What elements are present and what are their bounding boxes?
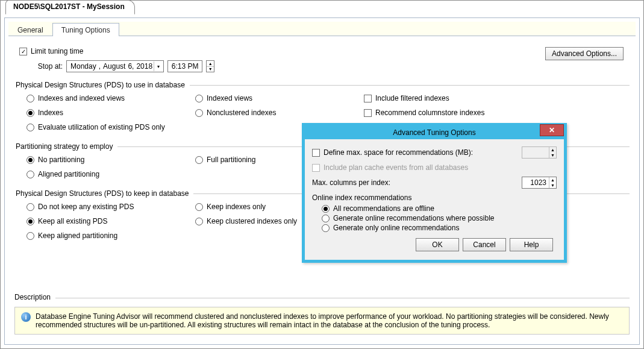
date-weekday: Monday bbox=[70, 62, 96, 71]
help-button[interactable]: Help bbox=[510, 238, 553, 251]
label-offline: All recommendations are offline bbox=[333, 204, 434, 213]
max-space-spinner: ▲▼ bbox=[549, 147, 556, 158]
label-recommend-columnstore: Recommend columnstore indexes bbox=[375, 108, 484, 117]
spin-down-icon[interactable]: ▼ bbox=[207, 67, 214, 72]
advanced-options-button[interactable]: Advanced Options... bbox=[545, 47, 624, 60]
session-title: NODE5\SQL2017ST - MySession bbox=[13, 2, 125, 11]
tab-general[interactable]: General bbox=[8, 23, 52, 36]
label-include-filtered: Include filtered indexes bbox=[375, 94, 449, 102]
close-button[interactable]: ✕ bbox=[540, 124, 564, 136]
ok-button[interactable]: OK bbox=[416, 238, 459, 251]
session-tab[interactable]: NODE5\SQL2017ST - MySession bbox=[5, 0, 135, 14]
label-online-possible: Generate online recommendations where po… bbox=[333, 214, 495, 222]
label-evaluate: Evaluate utilization of existing PDS onl… bbox=[38, 123, 165, 131]
spin-up-icon[interactable]: ▲ bbox=[549, 177, 556, 183]
label-define-max-space: Define max. space for recommendations (M… bbox=[324, 148, 473, 157]
label-keep-aligned: Keep aligned partitioning bbox=[38, 231, 117, 240]
label-keep-all: Keep all existing PDS bbox=[38, 217, 107, 225]
radio-keep-clustered[interactable] bbox=[195, 218, 203, 225]
chk-define-max-space[interactable] bbox=[312, 149, 320, 157]
dialog-title-text: Advanced Tuning Options bbox=[393, 128, 475, 137]
chk-include-plan-cache bbox=[312, 164, 320, 172]
radio-not-keep[interactable] bbox=[27, 203, 34, 211]
date-year: 2018 bbox=[136, 62, 152, 71]
label-online-only: Generate only online recommendations bbox=[333, 224, 459, 232]
label-keep-idx: Keep indexes only bbox=[207, 203, 266, 211]
radio-evaluate[interactable] bbox=[27, 124, 34, 131]
label-include-plan-cache: Include plan cache events from all datab… bbox=[324, 163, 468, 172]
tab-tuning-options[interactable]: Tuning Options bbox=[52, 23, 119, 36]
close-icon: ✕ bbox=[549, 126, 555, 134]
label-indexed-views: Indexed views bbox=[207, 94, 252, 102]
spin-down-icon[interactable]: ▼ bbox=[549, 183, 556, 188]
radio-keep-all[interactable] bbox=[27, 218, 34, 225]
max-cols-value: 1023 bbox=[530, 178, 546, 187]
dialog-body: Define max. space for recommendations (M… bbox=[305, 139, 564, 260]
radio-indexes[interactable] bbox=[27, 109, 34, 117]
spin-up-icon[interactable]: ▲ bbox=[207, 61, 214, 67]
chevron-down-icon[interactable]: ▾ bbox=[154, 61, 162, 71]
description-group: Description i Database Engine Tuning Adv… bbox=[14, 298, 630, 335]
tab-strip: General Tuning Options bbox=[8, 22, 636, 36]
chk-recommend-columnstore[interactable] bbox=[364, 109, 372, 117]
online-heading: Online index recommendations bbox=[312, 193, 557, 202]
label-keep-clustered: Keep clustered indexes only bbox=[207, 217, 297, 225]
label-indexes: Indexes bbox=[38, 108, 63, 117]
description-text: Database Engine Tuning Advisor will reco… bbox=[36, 312, 623, 329]
label-indexes-views: Indexes and indexed views bbox=[38, 94, 125, 102]
group-pds-use-legend: Physical Design Structures (PDS) to use … bbox=[14, 81, 190, 89]
label-no-partitioning: No partitioning bbox=[38, 156, 84, 164]
label-nonclustered: Nonclustered indexes bbox=[207, 108, 276, 117]
stop-date-picker[interactable]: Monday, August 6, 2018 ▾ bbox=[66, 60, 164, 72]
radio-nonclustered[interactable] bbox=[195, 109, 203, 117]
radio-keep-idx[interactable] bbox=[195, 203, 203, 211]
radio-full-partitioning[interactable] bbox=[195, 156, 203, 164]
date-day: 6, bbox=[128, 62, 134, 71]
radio-aligned-partitioning[interactable] bbox=[27, 171, 34, 178]
radio-keep-aligned[interactable] bbox=[27, 232, 34, 240]
info-icon: i bbox=[21, 312, 31, 322]
radio-online-only[interactable] bbox=[322, 224, 330, 232]
dialog-buttons: OK Cancel Help bbox=[312, 233, 557, 255]
group-partitioning-legend: Partitioning strategy to employ bbox=[14, 142, 117, 151]
max-cols-input[interactable]: 1023 ▲▼ bbox=[522, 177, 557, 189]
label-max-cols: Max. columns per index: bbox=[312, 178, 390, 187]
label-not-keep: Do not keep any existing PDS bbox=[38, 203, 134, 211]
time-spinner[interactable]: ▲ ▼ bbox=[206, 60, 214, 72]
dialog-titlebar[interactable]: Advanced Tuning Options ✕ bbox=[305, 126, 564, 139]
label-aligned-partitioning: Aligned partitioning bbox=[38, 170, 99, 178]
radio-online-possible[interactable] bbox=[322, 215, 330, 222]
label-full-partitioning: Full partitioning bbox=[207, 156, 255, 164]
radio-offline[interactable] bbox=[322, 205, 330, 213]
description-legend: Description bbox=[14, 293, 55, 301]
chk-include-filtered[interactable] bbox=[364, 95, 372, 102]
advanced-tuning-dialog: Advanced Tuning Options ✕ Define max. sp… bbox=[302, 123, 567, 263]
limit-tuning-checkbox[interactable] bbox=[19, 48, 27, 55]
radio-indexes-views[interactable] bbox=[27, 95, 34, 102]
date-month: August bbox=[103, 62, 125, 71]
limit-tuning-label: Limit tuning time bbox=[31, 47, 83, 55]
radio-indexed-views[interactable] bbox=[195, 95, 203, 102]
description-body: i Database Engine Tuning Advisor will re… bbox=[14, 307, 630, 335]
stop-at-label: Stop at: bbox=[27, 62, 63, 71]
max-cols-spinner[interactable]: ▲▼ bbox=[549, 177, 556, 188]
stop-time-input[interactable]: 6:13 PM bbox=[167, 60, 202, 72]
group-pds-keep-legend: Physical Design Structures (PDS) to keep… bbox=[14, 189, 193, 198]
max-space-input: ▲▼ bbox=[522, 146, 557, 159]
cancel-button[interactable]: Cancel bbox=[463, 238, 506, 251]
radio-no-partitioning[interactable] bbox=[27, 156, 34, 164]
